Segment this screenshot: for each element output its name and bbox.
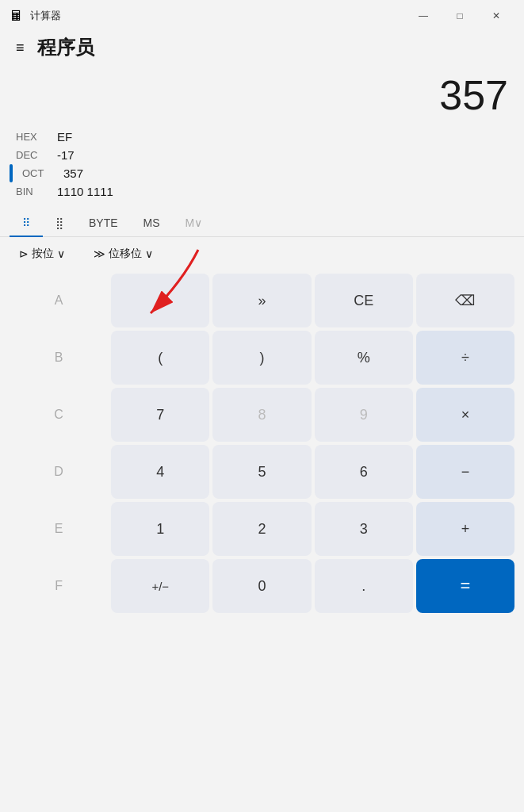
- button-percent[interactable]: %: [315, 331, 413, 385]
- button-backspace[interactable]: ⌫: [416, 274, 514, 327]
- button-divide[interactable]: ÷: [416, 331, 514, 385]
- hex-row[interactable]: HEX EF: [16, 128, 508, 146]
- tab-extra[interactable]: ⣿: [43, 210, 76, 237]
- shift-dropdown-icon: ∨: [145, 247, 153, 260]
- button-F[interactable]: F: [10, 559, 108, 613]
- operator-row: ⊳ 按位 ∨ ≫ 位移位 ∨: [0, 237, 524, 270]
- button-5[interactable]: 5: [212, 445, 311, 499]
- button-8: 8: [212, 388, 311, 442]
- number-systems: HEX EF DEC -17 OCT 357 BIN 1110 1111: [0, 121, 524, 204]
- bin-value: 1110 1111: [57, 185, 113, 198]
- button-6[interactable]: 6: [315, 445, 413, 499]
- tab-keypad[interactable]: ⠿: [10, 210, 43, 237]
- display-area: 357: [0, 67, 524, 121]
- title-bar: 🖩 计算器 — □ ✕: [0, 0, 524, 32]
- minimize-button[interactable]: —: [405, 3, 442, 29]
- button-0[interactable]: 0: [212, 559, 311, 613]
- title-bar-title: 计算器: [30, 9, 61, 23]
- button-D[interactable]: D: [10, 445, 108, 499]
- bin-row[interactable]: BIN 1110 1111: [16, 182, 508, 201]
- button-C[interactable]: C: [10, 388, 108, 442]
- tab-byte[interactable]: BYTE: [76, 210, 131, 237]
- button-left-shift[interactable]: «: [111, 274, 209, 327]
- menu-icon[interactable]: ≡: [13, 36, 28, 59]
- oct-value: 357: [63, 167, 83, 180]
- title-bar-left: 🖩 计算器: [10, 8, 61, 25]
- button-A[interactable]: A: [10, 274, 108, 327]
- bitwise-button[interactable]: ⊳ 按位 ∨: [13, 243, 71, 264]
- button-4[interactable]: 4: [111, 445, 209, 499]
- shift-button[interactable]: ≫ 位移位 ∨: [87, 243, 159, 264]
- button-dot[interactable]: .: [315, 559, 413, 613]
- display-value: 357: [16, 73, 508, 118]
- maximize-button[interactable]: □: [442, 3, 478, 29]
- bitwise-label: 按位: [32, 247, 54, 261]
- bitwise-icon: ⊳: [19, 247, 29, 260]
- app-title: 程序员: [37, 35, 94, 60]
- app-header: ≡ 程序员: [0, 32, 524, 67]
- button-plus[interactable]: +: [416, 502, 514, 556]
- button-9: 9: [315, 388, 413, 442]
- button-CE[interactable]: CE: [315, 274, 413, 327]
- button-2[interactable]: 2: [212, 502, 311, 556]
- app-icon: 🖩: [10, 8, 24, 25]
- dec-label: DEC: [16, 149, 44, 161]
- hex-label: HEX: [16, 131, 44, 143]
- button-equals[interactable]: =: [416, 559, 514, 613]
- shift-label: 位移位: [109, 247, 142, 261]
- bin-label: BIN: [16, 186, 44, 197]
- calculator-grid: A « » CE ⌫ B ( ) % ÷ C 7 8 9 × D 4 5 6 −…: [0, 270, 524, 622]
- title-bar-controls: — □ ✕: [405, 3, 514, 29]
- dec-row[interactable]: DEC -17: [16, 146, 508, 164]
- hex-value: EF: [57, 130, 72, 144]
- button-3[interactable]: 3: [315, 502, 413, 556]
- tab-bar: ⠿ ⣿ BYTE MS M∨: [0, 210, 524, 237]
- button-E[interactable]: E: [10, 502, 108, 556]
- shift-icon: ≫: [94, 247, 105, 260]
- button-B[interactable]: B: [10, 331, 108, 385]
- button-multiply[interactable]: ×: [416, 388, 514, 442]
- tab-mv[interactable]: M∨: [173, 210, 216, 237]
- button-minus[interactable]: −: [416, 445, 514, 499]
- oct-row[interactable]: OCT 357: [16, 164, 508, 182]
- oct-label: OCT: [22, 167, 51, 179]
- button-rparen[interactable]: ): [212, 331, 311, 385]
- button-posneg[interactable]: +/−: [111, 559, 209, 613]
- close-button[interactable]: ✕: [478, 3, 514, 29]
- bitwise-dropdown-icon: ∨: [57, 247, 65, 260]
- tab-ms[interactable]: MS: [131, 210, 173, 237]
- button-right-shift[interactable]: »: [212, 274, 311, 327]
- tab-keypad-icon: ⠿: [22, 216, 30, 229]
- button-7[interactable]: 7: [111, 388, 209, 442]
- dec-value: -17: [57, 148, 75, 162]
- button-lparen[interactable]: (: [111, 331, 209, 385]
- button-1[interactable]: 1: [111, 502, 209, 556]
- tab-extra-icon: ⣿: [55, 216, 63, 229]
